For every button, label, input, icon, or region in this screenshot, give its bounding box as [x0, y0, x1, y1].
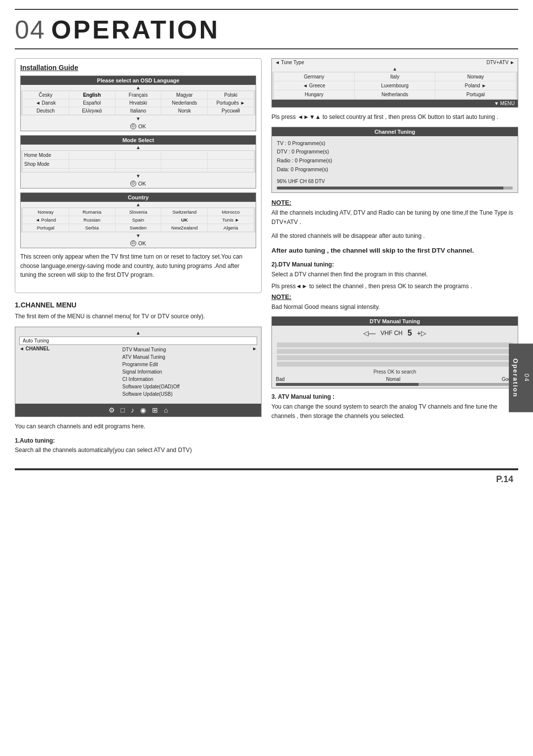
- ch-tuning-tv: TV : 0 Programme(s): [277, 139, 513, 148]
- mode-empty8: [208, 160, 254, 168]
- country-newzealand: NewZealand: [161, 224, 207, 231]
- tune-germany: Germany: [274, 73, 354, 81]
- country-grid: Norway Rumania Slovenia Switzerland Moro…: [21, 207, 256, 232]
- lang-nederlands: Nederlands: [161, 99, 207, 107]
- ch-tuning-radio: Radio : 0 Programme(s): [277, 156, 513, 165]
- dtv-mt-ch-label: VHF CH: [381, 330, 403, 337]
- tune-type-label: ◄ Tune Type: [275, 60, 487, 65]
- tune-italy: Italy: [355, 73, 435, 81]
- country-russian: Russian: [69, 216, 115, 224]
- channel-menu-items-list: DTV Manual Tuning ATV Manual Tuning Prog…: [119, 346, 183, 398]
- channel-tuning-box: Channel Tuning TV : 0 Programme(s) DTV :…: [271, 127, 518, 193]
- chapter-number: 04: [15, 15, 45, 44]
- screen-icon: □: [121, 406, 125, 414]
- icon-bar: ⚙ □ ♪ ◉ ⊞ ⌂: [15, 404, 261, 416]
- dtv-mt-left: ◁—: [363, 329, 376, 337]
- dtv-note-title: NOTE:: [271, 293, 518, 301]
- install-desc: This screen only appear when the TV firs…: [20, 252, 256, 280]
- tune-type-value: DTV+ATV ►: [487, 60, 515, 65]
- channel-menu-side-labels: ◄ CHANNEL DTV Manual Tuning ATV Manual T…: [19, 346, 257, 398]
- lang-polski: Polski: [208, 91, 254, 99]
- dtv-ch-rows: [272, 340, 518, 367]
- quality-bad: Bad: [276, 377, 285, 382]
- country-slovenia: Slovenia: [115, 208, 161, 216]
- language-grid: Česky English Français Magyar Polski ◄ D…: [21, 90, 256, 115]
- gear-icon: ⚙: [109, 406, 115, 414]
- country-box: Country ▲ Norway Rumania Slovenia Switze…: [20, 192, 256, 248]
- country-morocco: Morocco: [208, 208, 254, 216]
- tune-type-row: ◄ Tune Type DTV+ATV ►: [272, 59, 518, 66]
- mode-empty1: [69, 151, 115, 159]
- bottom-area: P.14: [15, 469, 518, 485]
- press-text: Pls press ◄►▼▲ to select country at firs…: [271, 113, 518, 122]
- lang-greek: Ελληνικά: [69, 107, 115, 114]
- channel-menu-inner: ▲ Auto Tuning ◄ CHANNEL DTV Manual Tunin…: [15, 327, 261, 402]
- mode-empty2: [115, 151, 161, 159]
- lang-magyar: Magyar: [161, 91, 207, 99]
- chapter-heading: 04 OPERATION: [0, 10, 533, 48]
- auto-tuning-heading: 1.Auto tuning:: [15, 437, 262, 444]
- lang-francais: Français: [115, 91, 161, 99]
- channel-right-label: ►: [252, 346, 257, 351]
- note1-title: NOTE:: [271, 199, 518, 206]
- lang-espanol: Español: [69, 99, 115, 107]
- mode-empty9: [23, 169, 69, 172]
- dtv-mt-right: +▷: [417, 329, 426, 337]
- country-portugal: Portugal: [23, 224, 69, 231]
- home-mode: Home Mode: [23, 151, 69, 159]
- dtv-mt-num: 5: [408, 329, 412, 338]
- lang-english: English: [69, 91, 115, 99]
- mode-empty12: [161, 169, 207, 172]
- country-serbia: Serbia: [69, 224, 115, 231]
- osd-arrow-up: ▲: [21, 85, 256, 90]
- left-column: Installation Guide Please select an OSD …: [15, 58, 262, 459]
- lang-russian: Русский: [208, 107, 254, 114]
- dtv-mt-quality: Bad Nomal Good: [272, 376, 518, 383]
- atv-desc: You can change the sound system to searc…: [271, 402, 518, 420]
- home-icon: ⌂: [164, 406, 168, 414]
- lang-deutsch: Deutsch: [23, 107, 69, 114]
- mode-empty4: [208, 151, 254, 159]
- mode-empty7: [161, 160, 207, 168]
- shop-mode: Shop Mode: [23, 160, 69, 168]
- country-tunis: Tunis ►: [208, 216, 254, 224]
- dtv-ch-row3: [277, 355, 513, 360]
- country-arrow-down: ▼: [21, 232, 256, 239]
- ch-tuning-pct: 96% UHF CH 68 DTV: [277, 177, 513, 186]
- mode-ok: ⊙ OK: [21, 179, 256, 188]
- dtv-mt-header: DTV Manual Tuning: [272, 317, 518, 326]
- country-arrow-up: ▲: [21, 202, 256, 207]
- channel-menu-desc: The first item of the MENU is channel me…: [15, 312, 262, 321]
- dtv-manual-desc: Select a DTV channel then find the progr…: [271, 270, 518, 279]
- dtv-note-text: Bad Normal Good means signal intensity.: [271, 302, 518, 312]
- country-header: Country: [21, 193, 256, 202]
- main-content: Installation Guide Please select an OSD …: [0, 49, 533, 468]
- dtv-ch-row2: [277, 349, 513, 354]
- lang-italiano: Italiano: [115, 107, 161, 114]
- ch-item-atv: ATV Manual Tuning: [122, 353, 180, 361]
- search-channels-text: You can search channels and edit program…: [15, 422, 262, 431]
- mode-header: Mode Select: [21, 136, 256, 145]
- osd-header: Please select an OSD Language: [21, 76, 256, 85]
- channel-menu-heading: 1.CHANNEL MENU: [15, 301, 262, 309]
- music-icon: ♪: [131, 406, 134, 414]
- tune-hungary: Hungary: [274, 90, 354, 99]
- big-statement: After auto tuning , the channel will ski…: [271, 246, 518, 256]
- mode-empty10: [69, 169, 115, 172]
- tune-netherlands: Netherlands: [355, 90, 435, 99]
- right-column: ◄ Tune Type DTV+ATV ► ▲ Germany Italy No…: [271, 58, 518, 459]
- installation-guide-box: Installation Guide Please select an OSD …: [15, 58, 262, 293]
- clock-icon: ◉: [140, 406, 146, 414]
- tune-norway: Norway: [435, 73, 516, 81]
- ch-item-usb: Software Update(USB): [122, 390, 180, 398]
- mode-empty13: [208, 169, 254, 172]
- lang-cesky: Česky: [23, 91, 69, 99]
- page-number: P.14: [496, 474, 513, 485]
- osd-language-box: Please select an OSD Language ▲ Česky En…: [20, 76, 256, 131]
- atv-heading: 3. ATV Manual tuning :: [271, 393, 518, 400]
- note1-text2: All the stored channels will be disappea…: [271, 231, 518, 241]
- osd-ok-label: OK: [138, 123, 146, 129]
- dtv-mt-body: ◁— VHF CH 5 +▷: [272, 326, 518, 340]
- progress-bar-bg: [277, 187, 513, 189]
- ch-tuning-header: Channel Tuning: [272, 127, 518, 136]
